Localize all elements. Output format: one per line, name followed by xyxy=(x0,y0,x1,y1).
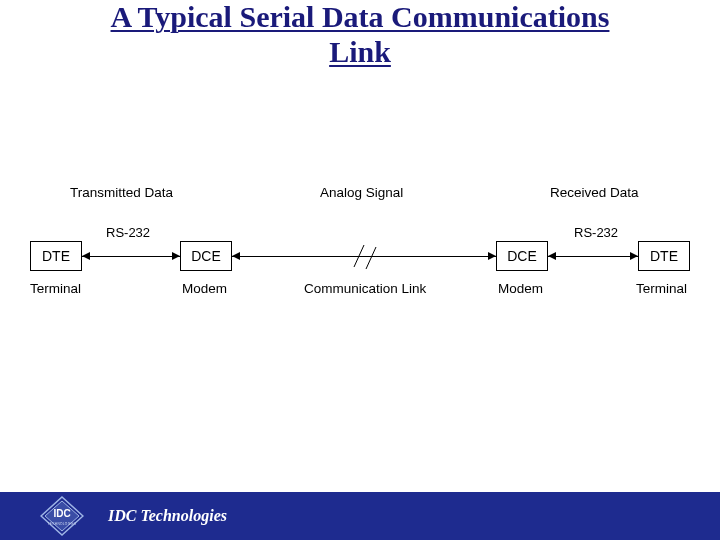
footer-company-name: IDC Technologies xyxy=(108,507,227,525)
arrow-left-icon xyxy=(82,252,90,260)
arrow-right-icon xyxy=(488,252,496,260)
arrow-left-icon xyxy=(548,252,556,260)
title-line-2: Link xyxy=(329,35,391,68)
logo-text: IDC xyxy=(53,508,70,519)
node-dce-right: DCE xyxy=(496,241,548,271)
slide-title: A Typical Serial Data Communications Lin… xyxy=(0,0,720,69)
node-dte-left: DTE xyxy=(30,241,82,271)
label-rs232-left: RS-232 xyxy=(106,225,150,240)
footer-bar: IDC TECHNOLOGIES IDC Technologies xyxy=(0,492,720,540)
label-rs232-right: RS-232 xyxy=(574,225,618,240)
label-modem-left: Modem xyxy=(182,281,227,296)
label-analog-signal: Analog Signal xyxy=(320,185,403,200)
node-dte-right: DTE xyxy=(638,241,690,271)
idc-logo-icon: IDC TECHNOLOGIES xyxy=(40,496,84,536)
connector-dce-dte-right xyxy=(548,256,638,257)
connector-dte-dce-left xyxy=(82,256,180,257)
label-received-data: Received Data xyxy=(550,185,639,200)
logo-subtext: TECHNOLOGIES xyxy=(48,522,77,526)
break-squiggle-icon xyxy=(350,243,380,271)
serial-link-diagram: Transmitted Data Analog Signal Received … xyxy=(30,185,690,325)
label-terminal-left: Terminal xyxy=(30,281,81,296)
label-terminal-right: Terminal xyxy=(636,281,687,296)
arrow-left-icon xyxy=(232,252,240,260)
arrow-right-icon xyxy=(172,252,180,260)
label-modem-right: Modem xyxy=(498,281,543,296)
node-dce-left: DCE xyxy=(180,241,232,271)
arrow-right-icon xyxy=(630,252,638,260)
label-communication-link: Communication Link xyxy=(304,281,426,296)
label-transmitted-data: Transmitted Data xyxy=(70,185,173,200)
title-line-1: A Typical Serial Data Communications xyxy=(111,0,610,33)
